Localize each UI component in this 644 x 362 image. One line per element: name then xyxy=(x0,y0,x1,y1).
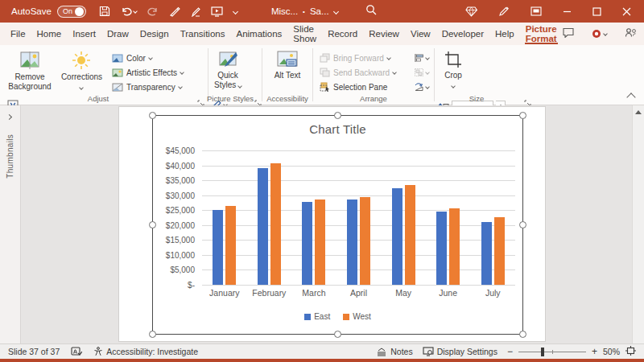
editing-mode-icon[interactable] xyxy=(498,6,510,17)
selected-chart-picture[interactable]: Chart Title $45,000$40,000$35,000$30,000… xyxy=(152,115,523,335)
alt-text-button[interactable]: Alt Text xyxy=(270,48,305,95)
record-button-icon[interactable] xyxy=(592,29,607,39)
start-slideshow-icon[interactable] xyxy=(211,6,223,17)
draw-ink-icon[interactable] xyxy=(169,6,180,17)
tab-transitions[interactable]: Transitions xyxy=(175,23,231,45)
resize-handle-bottom-left[interactable] xyxy=(149,331,156,338)
document-title[interactable]: Misc... • Sa... xyxy=(271,6,338,16)
artistic-effects-button[interactable]: Artistic Effects xyxy=(110,66,192,79)
resize-handle-bottom-right[interactable] xyxy=(519,331,526,338)
notes-button[interactable]: Notes xyxy=(376,347,412,356)
y-tick-label: $20,000 xyxy=(166,220,195,229)
tab-help[interactable]: Help xyxy=(489,23,520,45)
qat-overflow-icon[interactable] xyxy=(233,8,238,14)
y-tick-label: $30,000 xyxy=(166,191,195,200)
premium-diamond-icon[interactable] xyxy=(465,6,477,17)
tab-slide-show[interactable]: Slide Show xyxy=(287,23,322,45)
chart-bars xyxy=(202,150,515,285)
tab-picture-format[interactable]: Picture Format xyxy=(520,23,563,45)
bar-east xyxy=(302,202,312,285)
tab-animations[interactable]: Animations xyxy=(230,23,287,45)
selection-pane-label: Selection Pane xyxy=(333,83,387,92)
notes-label: Notes xyxy=(390,347,412,356)
selection-pane-button[interactable]: Selection Pane xyxy=(318,80,405,93)
align-objects-button[interactable] xyxy=(413,51,430,64)
save-icon[interactable] xyxy=(99,6,110,17)
close-button[interactable] xyxy=(622,7,631,16)
spellcheck-icon[interactable] xyxy=(71,347,82,356)
tab-review[interactable]: Review xyxy=(363,23,405,45)
bar-west xyxy=(270,163,281,285)
ribbon-tabs: File Home Insert Draw Design Transitions… xyxy=(0,23,644,45)
rotate-objects-icon xyxy=(414,82,424,92)
picture-styles-dialog-launcher[interactable] xyxy=(254,96,262,103)
legend-label: West xyxy=(353,312,371,321)
resize-handle-top-left[interactable] xyxy=(149,112,156,119)
toggle-knob xyxy=(75,7,84,16)
zoom-level[interactable]: 50% xyxy=(603,347,620,356)
y-tick-label: $- xyxy=(188,281,195,290)
resize-handle-right[interactable] xyxy=(519,221,526,228)
tab-design[interactable]: Design xyxy=(134,23,175,45)
scroll-up-icon[interactable] xyxy=(633,106,644,118)
comments-icon[interactable] xyxy=(563,27,574,41)
bar-east xyxy=(347,200,357,285)
transparency-icon xyxy=(112,82,123,93)
tab-record[interactable]: Record xyxy=(322,23,363,45)
autosave-state: On xyxy=(63,7,72,15)
transparency-button[interactable]: Transparency xyxy=(110,80,192,93)
color-button[interactable]: Color xyxy=(110,51,192,64)
tab-developer[interactable]: Developer xyxy=(436,23,489,45)
tab-file[interactable]: File xyxy=(5,23,31,45)
transparency-label: Transparency xyxy=(126,83,175,92)
resize-handle-bottom[interactable] xyxy=(334,331,341,338)
tab-view[interactable]: View xyxy=(405,23,436,45)
zoom-control: − + 50% xyxy=(507,346,636,357)
undo-icon[interactable] xyxy=(121,6,137,16)
size-dialog-launcher[interactable] xyxy=(524,96,531,103)
display-settings-button[interactable]: Display Settings xyxy=(423,347,497,356)
zoom-out-button[interactable]: − xyxy=(507,346,513,357)
expand-thumbnails-icon[interactable] xyxy=(6,114,12,120)
share-icon[interactable] xyxy=(625,27,638,41)
remove-background-button[interactable]: Remove Background xyxy=(6,48,53,95)
size-group-label: Size xyxy=(435,94,518,103)
crop-button[interactable]: Crop xyxy=(438,48,469,95)
autosave-label: AutoSave xyxy=(11,6,52,16)
quick-styles-icon xyxy=(218,51,237,68)
ink-pen-icon[interactable] xyxy=(191,6,200,17)
tab-insert[interactable]: Insert xyxy=(67,23,101,45)
vertical-scrollbar[interactable] xyxy=(632,105,644,343)
adjust-dialog-launcher[interactable] xyxy=(197,96,204,103)
maximize-button[interactable] xyxy=(592,7,601,16)
search-icon[interactable] xyxy=(365,4,377,19)
minimize-button[interactable] xyxy=(563,7,572,16)
rotate-objects-button[interactable] xyxy=(413,80,430,93)
thumbnails-panel[interactable]: Thumbnails xyxy=(0,105,21,343)
accessibility-group-label: Accessibility xyxy=(262,94,312,103)
tab-draw[interactable]: Draw xyxy=(101,23,134,45)
crop-label: Crop xyxy=(444,71,462,89)
tab-home[interactable]: Home xyxy=(31,23,68,45)
corrections-button[interactable]: Corrections xyxy=(56,48,106,95)
zoom-in-button[interactable]: + xyxy=(592,346,597,357)
zoom-slider[interactable] xyxy=(518,348,586,356)
collapse-ribbon-icon[interactable] xyxy=(626,93,635,101)
accessibility-status[interactable]: Accessibility: Investigate xyxy=(93,347,198,356)
chart-y-axis-labels: $45,000$40,000$35,000$30,000$25,000$20,0… xyxy=(153,150,198,285)
autosave-toggle[interactable]: On xyxy=(57,6,86,18)
presenter-view-icon[interactable] xyxy=(530,6,542,16)
fit-to-window-icon[interactable] xyxy=(625,346,636,357)
zoom-slider-thumb[interactable] xyxy=(541,348,544,356)
chart-title: Chart Title xyxy=(153,122,522,136)
chart-plot-area xyxy=(202,150,515,285)
resize-handle-top[interactable] xyxy=(334,112,341,119)
color-icon xyxy=(112,53,123,64)
slide-canvas[interactable]: Chart Title $45,000$40,000$35,000$30,000… xyxy=(119,107,545,341)
alt-text-icon xyxy=(277,51,298,68)
quick-styles-button[interactable]: Quick Styles xyxy=(211,48,245,95)
bar-west xyxy=(494,217,505,285)
ribbon: Remove Background Corrections Color Arti… xyxy=(0,45,644,105)
slide-indicator[interactable]: Slide 37 of 37 xyxy=(8,347,60,356)
resize-handle-top-right[interactable] xyxy=(519,112,526,119)
